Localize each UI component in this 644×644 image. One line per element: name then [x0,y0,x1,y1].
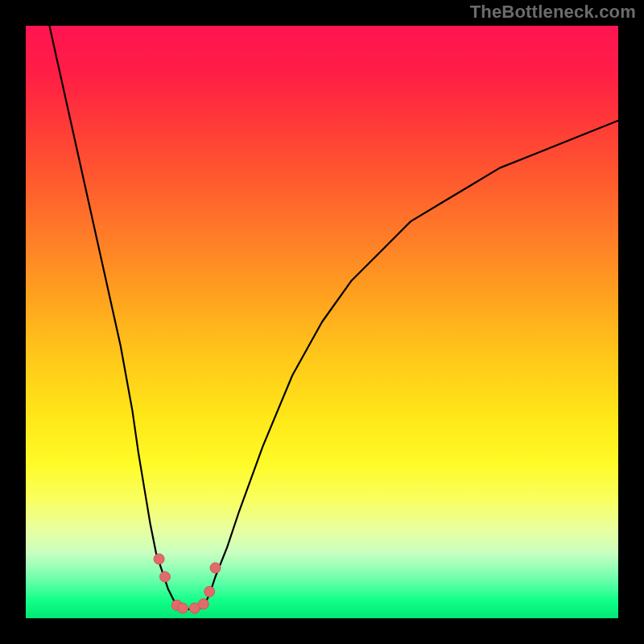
curve-left-branch [49,26,180,606]
chart-plot-area [26,26,618,618]
valley-marker [204,586,215,597]
valley-marker [198,599,208,609]
valley-marker [210,563,221,573]
watermark-text: TheBottleneck.com [470,2,636,23]
curve-right-branch [204,121,618,607]
valley-marker-group [154,554,221,613]
chart-frame: TheBottleneck.com [0,0,644,644]
valley-marker [154,554,164,564]
valley-marker [178,603,188,613]
valley-marker [159,572,170,582]
curve-svg [26,26,618,618]
